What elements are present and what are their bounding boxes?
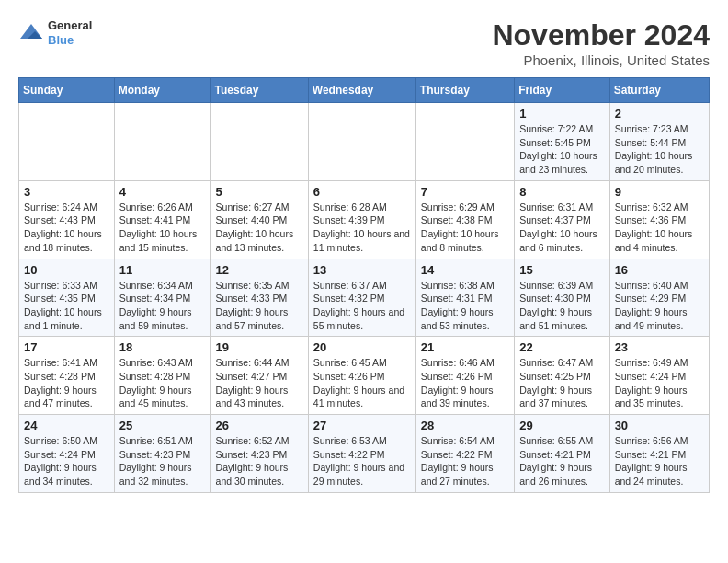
day-number: 15 — [519, 263, 604, 277]
calendar-cell — [19, 103, 115, 181]
day-number: 3 — [24, 185, 109, 199]
calendar-cell: 19Sunrise: 6:44 AM Sunset: 4:27 PM Dayli… — [210, 337, 308, 415]
day-number: 16 — [615, 263, 704, 277]
day-info: Sunrise: 6:37 AM Sunset: 4:32 PM Dayligh… — [313, 279, 411, 333]
calendar-cell: 10Sunrise: 6:33 AM Sunset: 4:35 PM Dayli… — [19, 259, 115, 337]
day-number: 18 — [119, 340, 206, 354]
day-number: 2 — [615, 107, 704, 121]
day-info: Sunrise: 7:22 AM Sunset: 5:45 PM Dayligh… — [519, 122, 604, 177]
day-info: Sunrise: 6:31 AM Sunset: 4:37 PM Dayligh… — [519, 201, 604, 255]
day-number: 12 — [216, 263, 303, 277]
day-number: 25 — [119, 419, 206, 432]
calendar-cell: 28Sunrise: 6:54 AM Sunset: 4:22 PM Dayli… — [415, 415, 514, 493]
day-info: Sunrise: 6:50 AM Sunset: 4:24 PM Dayligh… — [24, 434, 109, 488]
day-number: 13 — [313, 263, 411, 277]
calendar-cell: 30Sunrise: 6:56 AM Sunset: 4:21 PM Dayli… — [609, 415, 709, 493]
calendar-cell — [308, 103, 415, 181]
calendar-cell: 12Sunrise: 6:35 AM Sunset: 4:33 PM Dayli… — [210, 259, 308, 337]
calendar-cell: 1Sunrise: 7:22 AM Sunset: 5:45 PM Daylig… — [515, 103, 609, 181]
calendar-cell: 4Sunrise: 6:26 AM Sunset: 4:41 PM Daylig… — [114, 180, 210, 259]
day-number: 30 — [615, 419, 704, 432]
day-info: Sunrise: 6:49 AM Sunset: 4:24 PM Dayligh… — [615, 356, 704, 410]
day-number: 6 — [313, 185, 411, 199]
calendar-table: SundayMondayTuesdayWednesdayThursdayFrid… — [18, 77, 710, 493]
weekday-header-tuesday: Tuesday — [210, 78, 308, 103]
calendar-cell: 25Sunrise: 6:51 AM Sunset: 4:23 PM Dayli… — [114, 415, 210, 493]
day-info: Sunrise: 6:51 AM Sunset: 4:23 PM Dayligh… — [119, 434, 206, 488]
day-info: Sunrise: 6:43 AM Sunset: 4:28 PM Dayligh… — [119, 356, 206, 410]
calendar-cell: 9Sunrise: 6:32 AM Sunset: 4:36 PM Daylig… — [609, 180, 709, 259]
calendar-cell — [210, 103, 308, 181]
calendar-cell: 24Sunrise: 6:50 AM Sunset: 4:24 PM Dayli… — [19, 415, 115, 493]
day-info: Sunrise: 6:24 AM Sunset: 4:43 PM Dayligh… — [24, 201, 109, 255]
calendar-cell: 5Sunrise: 6:27 AM Sunset: 4:40 PM Daylig… — [210, 180, 308, 259]
calendar-cell: 16Sunrise: 6:40 AM Sunset: 4:29 PM Dayli… — [609, 259, 709, 337]
logo-line2: Blue — [48, 33, 92, 48]
calendar-cell: 3Sunrise: 6:24 AM Sunset: 4:43 PM Daylig… — [19, 180, 115, 259]
day-number: 10 — [24, 263, 109, 277]
calendar-cell: 17Sunrise: 6:41 AM Sunset: 4:28 PM Dayli… — [19, 337, 115, 415]
day-info: Sunrise: 6:55 AM Sunset: 4:21 PM Dayligh… — [519, 434, 604, 488]
day-number: 11 — [119, 263, 206, 277]
day-number: 1 — [519, 107, 604, 121]
calendar-cell: 6Sunrise: 6:28 AM Sunset: 4:39 PM Daylig… — [308, 180, 415, 259]
day-number: 19 — [216, 340, 303, 354]
title-area: November 2024 Phoenix, Illinois, United … — [492, 18, 710, 68]
calendar-cell: 13Sunrise: 6:37 AM Sunset: 4:32 PM Dayli… — [308, 259, 415, 337]
month-title: November 2024 — [492, 18, 710, 52]
day-number: 22 — [519, 340, 604, 354]
calendar-cell: 11Sunrise: 6:34 AM Sunset: 4:34 PM Dayli… — [114, 259, 210, 337]
day-info: Sunrise: 7:23 AM Sunset: 5:44 PM Dayligh… — [615, 122, 704, 177]
day-info: Sunrise: 6:41 AM Sunset: 4:28 PM Dayligh… — [24, 356, 109, 410]
day-number: 8 — [519, 185, 604, 199]
logo-line1: General — [48, 18, 92, 33]
day-info: Sunrise: 6:34 AM Sunset: 4:34 PM Dayligh… — [119, 279, 206, 333]
day-info: Sunrise: 6:46 AM Sunset: 4:26 PM Dayligh… — [421, 356, 509, 410]
calendar-cell: 14Sunrise: 6:38 AM Sunset: 4:31 PM Dayli… — [415, 259, 514, 337]
day-info: Sunrise: 6:39 AM Sunset: 4:30 PM Dayligh… — [519, 279, 604, 333]
day-number: 29 — [519, 419, 604, 432]
day-number: 21 — [421, 340, 509, 354]
day-number: 27 — [313, 419, 411, 432]
calendar-cell: 26Sunrise: 6:52 AM Sunset: 4:23 PM Dayli… — [210, 415, 308, 493]
weekday-header-saturday: Saturday — [609, 78, 709, 103]
weekday-header-thursday: Thursday — [415, 78, 514, 103]
day-number: 24 — [24, 419, 109, 432]
weekday-header-monday: Monday — [114, 78, 210, 103]
day-number: 7 — [421, 185, 509, 199]
calendar-cell: 23Sunrise: 6:49 AM Sunset: 4:24 PM Dayli… — [609, 337, 709, 415]
weekday-header-friday: Friday — [515, 78, 609, 103]
day-info: Sunrise: 6:29 AM Sunset: 4:38 PM Dayligh… — [421, 201, 509, 255]
day-info: Sunrise: 6:45 AM Sunset: 4:26 PM Dayligh… — [313, 356, 411, 410]
logo: General Blue — [18, 18, 92, 47]
calendar-cell: 8Sunrise: 6:31 AM Sunset: 4:37 PM Daylig… — [515, 180, 609, 259]
day-number: 17 — [24, 340, 109, 354]
day-number: 5 — [216, 185, 303, 199]
day-info: Sunrise: 6:47 AM Sunset: 4:25 PM Dayligh… — [519, 356, 604, 410]
calendar-cell: 7Sunrise: 6:29 AM Sunset: 4:38 PM Daylig… — [415, 180, 514, 259]
day-info: Sunrise: 6:56 AM Sunset: 4:21 PM Dayligh… — [615, 434, 704, 488]
calendar-cell: 20Sunrise: 6:45 AM Sunset: 4:26 PM Dayli… — [308, 337, 415, 415]
day-info: Sunrise: 6:33 AM Sunset: 4:35 PM Dayligh… — [24, 279, 109, 333]
day-number: 20 — [313, 340, 411, 354]
day-info: Sunrise: 6:26 AM Sunset: 4:41 PM Dayligh… — [119, 201, 206, 255]
weekday-header-sunday: Sunday — [19, 78, 115, 103]
day-info: Sunrise: 6:44 AM Sunset: 4:27 PM Dayligh… — [216, 356, 303, 410]
logo-icon — [18, 20, 44, 46]
day-info: Sunrise: 6:27 AM Sunset: 4:40 PM Dayligh… — [216, 201, 303, 255]
calendar-cell: 22Sunrise: 6:47 AM Sunset: 4:25 PM Dayli… — [515, 337, 609, 415]
logo-text: General Blue — [48, 18, 92, 47]
calendar-cell: 27Sunrise: 6:53 AM Sunset: 4:22 PM Dayli… — [308, 415, 415, 493]
day-number: 23 — [615, 340, 704, 354]
day-info: Sunrise: 6:28 AM Sunset: 4:39 PM Dayligh… — [313, 201, 411, 255]
day-number: 4 — [119, 185, 206, 199]
calendar-cell — [114, 103, 210, 181]
calendar-cell: 18Sunrise: 6:43 AM Sunset: 4:28 PM Dayli… — [114, 337, 210, 415]
day-info: Sunrise: 6:53 AM Sunset: 4:22 PM Dayligh… — [313, 434, 411, 488]
day-number: 9 — [615, 185, 704, 199]
day-number: 14 — [421, 263, 509, 277]
day-info: Sunrise: 6:32 AM Sunset: 4:36 PM Dayligh… — [615, 201, 704, 255]
day-info: Sunrise: 6:35 AM Sunset: 4:33 PM Dayligh… — [216, 279, 303, 333]
day-info: Sunrise: 6:52 AM Sunset: 4:23 PM Dayligh… — [216, 434, 303, 488]
day-info: Sunrise: 6:54 AM Sunset: 4:22 PM Dayligh… — [421, 434, 509, 488]
